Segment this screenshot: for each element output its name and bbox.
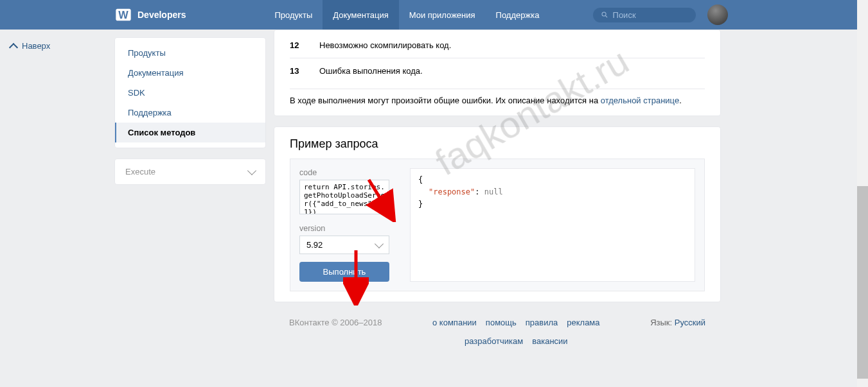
version-label: version <box>299 224 400 233</box>
result-key: "response" <box>429 187 475 196</box>
lang-chooser[interactable]: Язык: Русский <box>650 318 705 346</box>
sidebar-item-sdk[interactable]: SDK <box>115 83 265 103</box>
footer-jobs[interactable]: вакансии <box>532 336 567 346</box>
sidebar-item-docs[interactable]: Документация <box>115 63 265 83</box>
version-select[interactable]: 5.92 <box>299 236 389 254</box>
footer: ВКонтакте © 2006–2018 о компании помощь … <box>274 313 721 356</box>
nav-docs[interactable]: Документация <box>323 0 399 30</box>
logo[interactable]: W Developers <box>114 6 186 24</box>
result-value: null <box>484 187 503 196</box>
svg-line-2 <box>606 16 608 18</box>
svg-point-1 <box>602 12 606 16</box>
footer-devs[interactable]: разработчикам <box>465 336 523 346</box>
error-num: 13 <box>290 66 305 76</box>
sidebar-item-support[interactable]: Поддержка <box>115 103 265 123</box>
chevron-down-icon <box>247 166 256 175</box>
error-row: 13 Ошибка выполнения кода. <box>290 58 705 83</box>
request-layout: code version 5.92 Выполнить { <box>290 159 705 291</box>
errors-note: В ходе выполнения могут произойти общие … <box>290 89 705 105</box>
copyright: ВКонтакте © 2006–2018 <box>289 318 382 346</box>
topnav: Продукты Документация Мои приложения Под… <box>264 0 549 30</box>
search-input[interactable] <box>613 10 689 20</box>
sidebar-item-products[interactable]: Продукты <box>115 43 265 63</box>
example-card: Пример запроса code version 5.92 Выпол <box>274 126 721 302</box>
example-title: Пример запроса <box>290 137 705 151</box>
chevron-up-icon <box>9 42 18 51</box>
chevron-down-icon <box>375 239 384 248</box>
svg-text:W: W <box>118 9 128 21</box>
scrollbar-thumb[interactable] <box>857 186 868 366</box>
sidebar-nav: Продукты Документация SDK Поддержка Спис… <box>114 37 266 148</box>
left-pane: Наверх <box>0 30 114 366</box>
errors-link[interactable]: отдельной странице <box>601 96 679 105</box>
error-text: Ошибка выполнения кода. <box>319 66 423 76</box>
avatar[interactable] <box>707 4 728 25</box>
footer-rules[interactable]: правила <box>526 318 558 327</box>
error-text: Невозможно скомпилировать код. <box>319 40 451 50</box>
sidebar-item-methods[interactable]: Список методов <box>115 123 265 142</box>
result-pane: { "response": null } <box>410 168 695 282</box>
nav-products[interactable]: Продукты <box>264 0 323 30</box>
code-textarea[interactable] <box>299 180 389 214</box>
footer-about[interactable]: о компании <box>432 318 477 327</box>
version-value: 5.92 <box>306 240 323 250</box>
lang-value[interactable]: Русский <box>675 318 705 327</box>
execute-dropdown[interactable]: Execute <box>114 159 266 185</box>
back-label: Наверх <box>22 41 50 51</box>
page-scrollbar[interactable] <box>857 0 868 366</box>
errors-card: 12 Невозможно скомпилировать код. 13 Оши… <box>274 30 721 116</box>
back-to-top[interactable]: Наверх <box>5 37 109 55</box>
search-icon <box>601 10 608 19</box>
code-label: code <box>299 168 400 177</box>
topbar: W Developers Продукты Документация Мои п… <box>0 0 868 30</box>
error-num: 12 <box>290 40 305 50</box>
footer-help[interactable]: помощь <box>486 318 517 327</box>
error-row: 12 Невозможно скомпилировать код. <box>290 40 705 58</box>
brand-text: Developers <box>137 10 186 20</box>
footer-ads[interactable]: реклама <box>567 318 599 327</box>
execute-label: Execute <box>125 167 155 176</box>
vk-logo-icon: W <box>114 6 132 24</box>
search-box[interactable] <box>593 8 696 22</box>
nav-support[interactable]: Поддержка <box>486 0 550 30</box>
execute-button[interactable]: Выполнить <box>299 262 389 282</box>
nav-apps[interactable]: Мои приложения <box>399 0 486 30</box>
scrollbar-up-arrow[interactable] <box>857 0 868 10</box>
